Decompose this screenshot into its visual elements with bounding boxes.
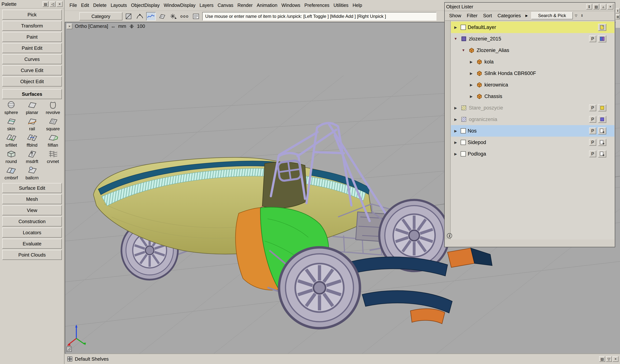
palette-collapse-icon[interactable]: ◁ bbox=[50, 1, 56, 7]
expander-icon[interactable]: ▶ bbox=[452, 117, 459, 121]
pickable-toggle[interactable]: P bbox=[589, 116, 596, 123]
menu-objectdisplay[interactable]: ObjectDisplay bbox=[129, 3, 162, 8]
pickable-toggle[interactable]: P bbox=[589, 151, 596, 157]
prompt-history-icon[interactable] bbox=[191, 12, 201, 21]
palette-tab-curve-edit[interactable]: Curve Edit bbox=[2, 65, 62, 75]
tool-rail[interactable]: rail bbox=[22, 117, 42, 131]
shelves-dropdown-icon[interactable]: ▽ bbox=[606, 356, 612, 362]
menu-delete[interactable]: Delete bbox=[91, 3, 108, 8]
dock-list-icon[interactable]: ▤ bbox=[616, 14, 620, 19]
palette-tab-view[interactable]: View bbox=[2, 205, 62, 215]
palette-tab-construction[interactable]: Construction bbox=[2, 216, 62, 227]
tree-row-zlozenie-alias[interactable]: ▼ Zlozenie_Alias bbox=[451, 45, 614, 56]
shelves-grid-icon[interactable] bbox=[67, 356, 73, 362]
palette-tab-object-edit[interactable]: Object Edit bbox=[2, 76, 62, 87]
expander-icon[interactable]: ▶ bbox=[452, 129, 459, 133]
viewport-name[interactable]: Ortho [Camera] bbox=[75, 23, 108, 29]
pickable-toggle[interactable]: P bbox=[589, 139, 596, 146]
palette-tab-surfaces[interactable]: Surfaces bbox=[2, 89, 62, 99]
tool-msdrft[interactable]: msdrft bbox=[22, 150, 42, 164]
surface-patch-icon[interactable] bbox=[157, 12, 167, 21]
tool-sphere[interactable]: sphere bbox=[1, 101, 22, 115]
palette-tab-mesh[interactable]: Mesh bbox=[2, 194, 62, 204]
wave-curve-icon[interactable] bbox=[146, 12, 156, 21]
menu-render[interactable]: Render bbox=[235, 3, 255, 8]
menu-canvas[interactable]: Canvas bbox=[216, 3, 235, 8]
snap-pointer-icon[interactable] bbox=[169, 12, 178, 21]
menu-animation[interactable]: Animation bbox=[255, 3, 279, 8]
overflow-dots-icon[interactable]: ooo bbox=[180, 14, 190, 19]
lister-menu-categories[interactable]: Categories bbox=[495, 13, 524, 18]
tool-round[interactable]: round bbox=[1, 150, 22, 164]
promptline[interactable]: Use mouse or enter name of item to pick … bbox=[202, 12, 436, 21]
dock-updown-icon[interactable]: ⇕ bbox=[616, 8, 620, 13]
expander-icon[interactable]: ▶ bbox=[468, 94, 474, 99]
lister-menu-sort[interactable]: Sort bbox=[480, 13, 495, 18]
menu-preferences[interactable]: Preferences bbox=[302, 3, 332, 8]
tool-ballcrn[interactable]: ballcrn bbox=[22, 166, 42, 181]
palette-tab-curves[interactable]: Curves bbox=[2, 54, 62, 64]
palette-tab-evaluate[interactable]: Evaluate bbox=[2, 239, 62, 249]
pickable-toggle[interactable]: P bbox=[589, 127, 596, 134]
shelves-close-icon[interactable]: × bbox=[613, 356, 619, 362]
tool-square[interactable]: square bbox=[43, 117, 63, 131]
tree-row-nos[interactable]: ▶ Nos P bbox=[451, 125, 614, 136]
palette-tab-pick[interactable]: Pick bbox=[2, 10, 62, 20]
lister-close-icon[interactable]: × bbox=[607, 4, 613, 9]
tree-row-stare-poszycie[interactable]: ▶ Stare_poszycie P bbox=[451, 102, 614, 114]
lister-dropdown-icon[interactable]: ▽ bbox=[573, 14, 579, 18]
category-dropdown[interactable]: Category bbox=[79, 12, 123, 20]
lister-maximize-icon[interactable]: ▵ bbox=[600, 4, 606, 9]
lister-menu-filter[interactable]: Filter bbox=[464, 13, 480, 18]
layer-symbol-icon[interactable] bbox=[598, 116, 606, 123]
tree-row-podloga[interactable]: ▶ Podloga P bbox=[451, 148, 614, 160]
expander-icon[interactable]: ▶ bbox=[468, 71, 474, 76]
menu-edit[interactable]: Edit bbox=[79, 3, 91, 8]
expander-icon[interactable]: ▶ bbox=[452, 106, 459, 110]
grid-snap-icon[interactable] bbox=[129, 24, 135, 29]
new-layer-icon[interactable] bbox=[598, 150, 606, 157]
menu-layouts[interactable]: Layouts bbox=[109, 3, 129, 8]
palette-list-icon[interactable]: ▤ bbox=[43, 1, 48, 7]
palette-tab-paint[interactable]: Paint bbox=[2, 32, 62, 42]
shelves-label[interactable]: Default Shelves bbox=[75, 356, 109, 362]
lister-updown-icon[interactable]: ⇕ bbox=[586, 4, 592, 9]
tool-crvnet[interactable]: crvnet bbox=[43, 150, 63, 164]
visibility-checkbox[interactable] bbox=[461, 25, 466, 30]
slash-square-icon[interactable] bbox=[124, 12, 134, 21]
group-symbol-icon[interactable] bbox=[598, 35, 606, 42]
lister-stack-icon[interactable]: ⇕ bbox=[579, 14, 585, 18]
palette-tab-transform[interactable]: Transform bbox=[2, 21, 62, 31]
tool-srfillet[interactable]: srfillet bbox=[1, 133, 22, 148]
expander-icon[interactable]: ▼ bbox=[460, 48, 466, 52]
expander-icon[interactable]: ▶ bbox=[452, 152, 459, 156]
tool-skin[interactable]: skin bbox=[1, 117, 22, 131]
tool-revolve[interactable]: revolve bbox=[43, 101, 63, 115]
layer-symbol-icon[interactable] bbox=[598, 24, 606, 31]
expander-icon[interactable]: ▶ bbox=[468, 60, 474, 64]
pickable-toggle[interactable]: P bbox=[589, 35, 596, 42]
shelves-list-icon[interactable]: ▤ bbox=[599, 356, 605, 362]
menu-help[interactable]: Help bbox=[351, 3, 364, 8]
viewport-close-icon[interactable]: × bbox=[67, 24, 72, 29]
palette-close-icon[interactable]: × bbox=[57, 1, 62, 7]
search-and-pick-button[interactable]: Search & Pick bbox=[531, 12, 573, 19]
expander-icon[interactable]: ▶ bbox=[452, 140, 459, 145]
menu-windowdisplay[interactable]: WindowDisplay bbox=[162, 3, 198, 8]
tree-row-chassis[interactable]: ▶ Chassis bbox=[451, 91, 614, 102]
tree-row-kola[interactable]: ▶ kola bbox=[451, 56, 614, 68]
new-layer-icon[interactable] bbox=[598, 127, 606, 134]
expander-icon[interactable]: ▼ bbox=[452, 37, 459, 41]
tree-row-defaultlayer[interactable]: ▶ DefaultLayer bbox=[451, 22, 614, 33]
lister-menu-arrow-icon[interactable]: ▶ bbox=[524, 14, 529, 18]
pick-curve-icon[interactable] bbox=[135, 12, 145, 21]
menu-windows[interactable]: Windows bbox=[279, 3, 302, 8]
menu-layers[interactable]: Layers bbox=[198, 3, 216, 8]
visibility-checkbox[interactable] bbox=[461, 151, 466, 156]
info-icon[interactable]: i bbox=[447, 233, 452, 238]
new-layer-icon[interactable] bbox=[598, 139, 606, 146]
expander-icon[interactable]: ▶ bbox=[452, 25, 459, 30]
tree-row-kierownica[interactable]: ▶ kierownica bbox=[451, 79, 614, 91]
palette-tab-surface-edit[interactable]: Surface Edit bbox=[2, 183, 62, 193]
expander-icon[interactable]: ▶ bbox=[468, 83, 474, 87]
